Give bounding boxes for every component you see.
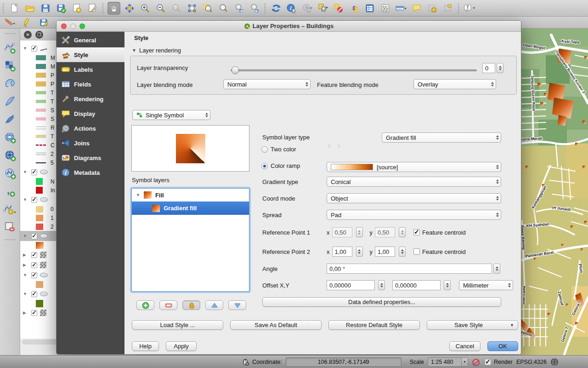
- scale-combo[interactable]: 1:25 480 ▼: [428, 357, 468, 367]
- field-calculator-icon[interactable]: [379, 2, 392, 15]
- add-spatialite-layer-icon[interactable]: [3, 96, 17, 108]
- symbol-tree-gradient-row[interactable]: Gradient fill: [132, 201, 249, 215]
- expand-triangle-icon[interactable]: [23, 170, 28, 174]
- layer-visibility-checkbox[interactable]: [31, 310, 37, 316]
- sidebar-item-actions[interactable]: Actions: [57, 121, 124, 136]
- toggle-editing-icon[interactable]: [20, 16, 33, 29]
- lock-color-button[interactable]: [182, 300, 200, 310]
- sidebar-item-style[interactable]: Style: [57, 47, 124, 62]
- expand-triangle-icon[interactable]: [23, 292, 28, 296]
- dropdown-arrow-icon[interactable]: ▼: [510, 323, 514, 328]
- offset-y-field[interactable]: 0,00000: [392, 280, 441, 290]
- deselect-features-icon[interactable]: [332, 2, 345, 15]
- refresh-icon[interactable]: [270, 2, 283, 15]
- data-defined-properties-button[interactable]: Data defined properties...: [262, 297, 501, 307]
- pan-to-selection-icon[interactable]: [123, 2, 136, 15]
- layer-visibility-checkbox[interactable]: [31, 233, 37, 239]
- ref2-y-field[interactable]: 1,00: [375, 247, 395, 257]
- add-raster-layer-icon[interactable]: [3, 60, 17, 72]
- zoom-in-icon[interactable]: [139, 2, 152, 15]
- transparency-spinner[interactable]: [497, 63, 503, 73]
- coordinate-icon[interactable]: [241, 358, 249, 366]
- gradient-color2-button[interactable]: [338, 145, 340, 148]
- expand-triangle-icon[interactable]: [23, 234, 28, 238]
- cancel-button[interactable]: Cancel: [449, 341, 481, 351]
- symbol-layers-tree[interactable]: ▼ Fill Gradient fill: [131, 188, 249, 292]
- restore-default-style-button[interactable]: Restore Default Style: [328, 320, 420, 330]
- save-project-as-icon[interactable]: [55, 2, 68, 15]
- two-color-radio[interactable]: [261, 146, 268, 153]
- symbol-tree-fill-row[interactable]: ▼ Fill: [132, 189, 249, 201]
- offset-x-field[interactable]: 0,00000: [327, 280, 375, 290]
- map-tips-icon[interactable]: [410, 2, 423, 15]
- move-up-button[interactable]: [205, 300, 223, 310]
- coord-mode-combo[interactable]: Object: [327, 193, 501, 203]
- offset-y-spinner[interactable]: [444, 280, 451, 290]
- composer-manager-icon[interactable]: [86, 2, 99, 15]
- new-shapefile-icon[interactable]: ✳: [3, 203, 17, 215]
- dialog-titlebar[interactable]: Layer Properties – Buildings: [57, 21, 521, 32]
- zoom-next-icon[interactable]: ▶: [248, 2, 261, 15]
- pan-map-icon[interactable]: [107, 2, 120, 15]
- remove-layer-icon[interactable]: [3, 221, 17, 233]
- sidebar-item-metadata[interactable]: i Metadata: [57, 165, 124, 180]
- ref1-y-field[interactable]: 0,50: [375, 227, 395, 237]
- measure-icon[interactable]: [395, 2, 407, 15]
- new-bookmark-icon[interactable]: ✳: [426, 2, 439, 15]
- layer-visibility-checkbox[interactable]: [31, 252, 37, 258]
- add-postgis-layer-icon[interactable]: [3, 78, 17, 90]
- offset-x-spinner[interactable]: [378, 280, 385, 290]
- zoom-last-icon[interactable]: ◀: [232, 2, 245, 15]
- zoom-to-layer-icon[interactable]: [217, 2, 230, 15]
- zoom-full-icon[interactable]: [186, 2, 198, 15]
- color-ramp-radio[interactable]: [261, 163, 268, 169]
- add-wms-layer-icon[interactable]: [3, 150, 17, 161]
- sidebar-item-labels[interactable]: abc Labels: [57, 62, 124, 77]
- expand-triangle-icon[interactable]: [23, 253, 28, 257]
- sidebar-item-rendering[interactable]: Rendering: [57, 92, 124, 106]
- dropdown-arrow-icon[interactable]: ▼: [461, 358, 468, 366]
- ref2-x-field[interactable]: 1,00: [332, 247, 352, 257]
- new-project-icon[interactable]: [8, 2, 21, 15]
- add-vector-layer-icon[interactable]: [3, 42, 17, 54]
- panel-float-icon[interactable]: ❐: [35, 31, 43, 39]
- gradient-color1-button[interactable]: [328, 145, 331, 148]
- stop-render-icon[interactable]: [472, 358, 480, 366]
- help-button[interactable]: Help: [132, 341, 159, 351]
- transparency-value-field[interactable]: 0: [482, 63, 495, 73]
- save-as-default-button[interactable]: Save As Default: [230, 320, 322, 330]
- zoom-to-selection-icon[interactable]: [201, 2, 214, 15]
- open-project-icon[interactable]: [23, 2, 36, 15]
- layer-visibility-checkbox[interactable]: [31, 46, 37, 52]
- apply-button[interactable]: Apply: [166, 341, 197, 351]
- sidebar-item-fields[interactable]: Fields: [57, 77, 124, 92]
- offset-unit-combo[interactable]: Millimeter: [459, 280, 513, 290]
- ref1-x-spinner[interactable]: [356, 227, 363, 237]
- expand-triangle-icon[interactable]: [23, 263, 28, 267]
- angle-field[interactable]: 0,00 °: [327, 264, 492, 274]
- select-by-expression-icon[interactable]: ε: [348, 2, 361, 15]
- ref1-x-field[interactable]: 0,50: [332, 227, 352, 237]
- new-composer-icon[interactable]: ✳: [70, 2, 83, 15]
- sidebar-item-general[interactable]: General: [57, 33, 124, 47]
- layer-visibility-checkbox[interactable]: [31, 262, 37, 268]
- expand-triangle-icon[interactable]: [23, 197, 28, 202]
- ok-button[interactable]: OK: [487, 341, 518, 351]
- save-style-button[interactable]: Save Style ▼: [427, 320, 518, 330]
- symbol-layer-type-combo[interactable]: Gradient fill: [382, 132, 501, 143]
- sidebar-item-display[interactable]: Display: [57, 106, 124, 121]
- select-features-icon[interactable]: [317, 2, 329, 15]
- attribute-table-icon[interactable]: [363, 2, 376, 15]
- color-ramp-combo[interactable]: [source]: [327, 162, 501, 172]
- layer-visibility-checkbox[interactable]: [31, 272, 37, 278]
- expand-triangle-icon[interactable]: [23, 310, 28, 315]
- ref1-y-spinner[interactable]: [399, 227, 406, 237]
- show-bookmarks-icon[interactable]: [441, 2, 454, 15]
- spread-combo[interactable]: Pad: [327, 210, 501, 220]
- layer-visibility-checkbox[interactable]: [31, 291, 37, 297]
- expand-triangle-icon[interactable]: [23, 46, 28, 51]
- ref2-x-spinner[interactable]: [356, 247, 363, 257]
- layer-blending-combo[interactable]: Normal: [223, 79, 311, 89]
- layer-rendering-collapser[interactable]: ▼ Layer rendering: [132, 47, 181, 54]
- sidebar-item-diagrams[interactable]: Diagrams: [57, 150, 124, 165]
